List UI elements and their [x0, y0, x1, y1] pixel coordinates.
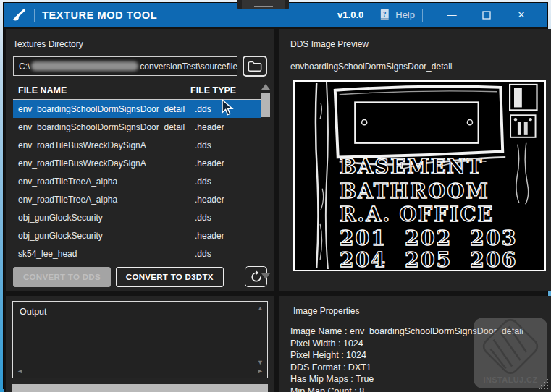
file-row[interactable]: sk54_lee_head.dds	[13, 244, 261, 263]
file-type-cell: .dds	[190, 104, 261, 114]
file-row[interactable]: env_roadTileBusWreckDaySignA.dds	[13, 136, 261, 154]
output-label: Output	[20, 307, 47, 317]
convert-to-dds-button[interactable]: CONVERT TO DDS	[13, 267, 111, 287]
app-title: TEXTURE MOD TOOL	[42, 9, 157, 21]
version-label: v1.0.0	[337, 9, 363, 20]
svg-text:?: ?	[383, 11, 387, 18]
preview-filename: envboardingSchoolDormSignsDoor_detail	[290, 61, 546, 72]
app-window: TEXTURE MOD TOOL v1.0.0 ? Help — ✕ Textu…	[3, 2, 548, 389]
titlebar-divider	[422, 9, 423, 22]
file-list-scrollbar[interactable]	[260, 84, 271, 279]
file-row[interactable]: obj_gunGlockSecurity.header	[13, 226, 261, 244]
file-table-header: FILE NAME FILE TYPE	[13, 82, 261, 100]
file-list: env_boardingSchoolDormSignsDoor_detail.d…	[13, 100, 261, 263]
drag-handle-grip-icon	[254, 4, 273, 4]
file-name-cell: env_boardingSchoolDormSignsDoor_detail	[13, 122, 190, 132]
output-scroll-right-icon[interactable]: ►	[257, 368, 264, 375]
column-divider[interactable]	[248, 85, 248, 96]
file-row[interactable]: env_boardingSchoolDormSignsDoor_detail.d…	[13, 100, 261, 118]
file-name-cell: env_roadTileTreeA_alpha	[13, 176, 190, 187]
file-type-cell: .header	[190, 122, 261, 132]
file-row[interactable]: obj_gunGlockSecurity.dds	[13, 208, 261, 226]
help-label: Help	[395, 9, 415, 20]
output-scroll-left-icon[interactable]: ◄	[17, 368, 23, 375]
textures-directory-label: Textures Directory	[13, 39, 267, 49]
sign-text-line: BATHROOM	[340, 179, 489, 203]
maximize-button[interactable]	[469, 4, 504, 26]
file-row[interactable]: env_boardingSchoolDormSignsDoor_detail.h…	[13, 118, 261, 136]
drag-handle-grip-icon	[254, 6, 273, 7]
titlebar-divider	[371, 9, 371, 22]
convert-to-d3dtx-button[interactable]: CONVERT TO D3DTX	[116, 267, 224, 287]
folder-icon	[248, 61, 262, 72]
help-button[interactable]: ? Help	[379, 9, 415, 21]
file-name-cell: obj_gunGlockSecurity	[13, 231, 190, 241]
file-name-cell: env_roadTileBusWreckDaySignA	[13, 158, 190, 169]
minimize-button[interactable]: —	[434, 4, 469, 26]
file-name-cell: env_roadTileBusWreckDaySignA	[13, 140, 190, 150]
close-button[interactable]: ✕	[504, 4, 539, 26]
scroll-up-arrow-icon[interactable]	[261, 84, 270, 90]
output-scroll-down-icon[interactable]: ▼	[257, 359, 264, 366]
output-panel: Output ▲ ▼ ◄ ►	[6, 296, 274, 392]
main-content: Textures Directory C:\ conversionTest\so…	[4, 27, 547, 392]
path-prefix: C:\	[19, 61, 30, 72]
image-properties-title: Image Properties	[293, 306, 546, 316]
file-type-cell: .header	[190, 195, 261, 205]
dds-preview-panel: DDS Image Preview envboardingSchoolDormS…	[279, 29, 551, 291]
browse-folder-button[interactable]	[243, 56, 267, 77]
file-row[interactable]: env_roadTileTreeA_alpha.dds	[13, 172, 261, 190]
file-type-cell: .dds	[190, 249, 261, 259]
maximize-icon	[482, 11, 491, 20]
file-name-cell: env_boardingSchoolDormSignsDoor_detail	[13, 104, 190, 114]
dds-preview-title: DDS Image Preview	[290, 39, 546, 49]
progress-bar	[12, 384, 268, 392]
file-type-cell: .dds	[190, 140, 261, 150]
paintbrush-app-icon	[11, 7, 27, 23]
instaluj-watermark: INSTALUJ.CZ	[474, 318, 547, 388]
screen-drag-handle[interactable]	[237, 0, 289, 9]
dds-preview-image: BASEMENT BATHROOM R.A. OFFICE 201 202 20…	[293, 80, 546, 271]
file-type-cell: .dds	[190, 213, 261, 223]
sign-text-line: 204 205 206	[340, 247, 518, 271]
file-type-cell: .header	[190, 158, 261, 169]
path-suffix: conversionTest\sourcefiles_d3dtx	[140, 61, 237, 72]
scrollbar-thumb[interactable]	[261, 93, 270, 117]
textures-directory-input[interactable]: C:\ conversionTest\sourcefiles_d3dtx	[13, 56, 237, 76]
watermark-text: INSTALUJ.CZ	[474, 375, 547, 384]
resize-grip[interactable]	[539, 379, 549, 389]
file-name-cell: obj_gunGlockSecurity	[13, 213, 190, 223]
help-book-icon: ?	[379, 9, 391, 21]
file-type-cell: .header	[190, 231, 261, 241]
textures-panel: Textures Directory C:\ conversionTest\so…	[6, 29, 274, 291]
column-header-file-type[interactable]: FILE TYPE	[185, 85, 248, 95]
file-name-cell: sk54_lee_head	[13, 249, 190, 259]
file-row[interactable]: env_roadTileTreeA_alpha.header	[13, 190, 261, 208]
output-console[interactable]: Output ▲ ▼ ◄ ►	[12, 301, 268, 378]
output-scroll-up-icon[interactable]: ▲	[257, 305, 264, 312]
file-row[interactable]: env_roadTileBusWreckDaySignA.header	[13, 154, 261, 172]
column-header-file-name[interactable]: FILE NAME	[13, 85, 185, 95]
file-type-cell: .dds	[190, 176, 261, 187]
titlebar-divider	[34, 9, 35, 22]
sign-text-line: R.A. OFFICE	[340, 203, 495, 226]
scroll-down-arrow-icon[interactable]	[261, 273, 270, 279]
file-name-cell: env_roadTileTreeA_alpha	[13, 195, 190, 205]
path-redacted-blur	[31, 61, 138, 71]
sign-text-line: BASEMENT	[340, 155, 484, 179]
